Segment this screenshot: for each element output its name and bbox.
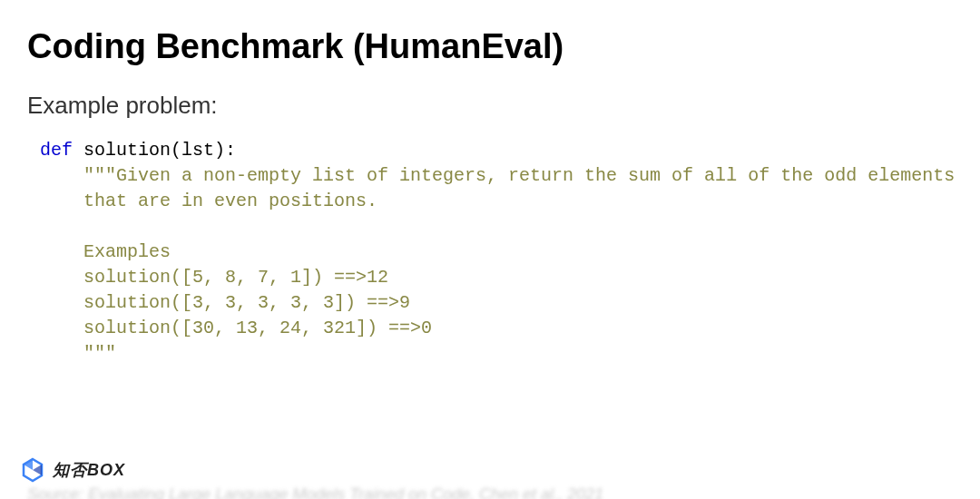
docstring-examples-label: Examples	[40, 241, 171, 262]
docstring-open: """	[40, 165, 116, 186]
docstring-example-1: solution([5, 8, 7, 1]) ==>12	[40, 267, 388, 288]
source-citation: Source: Evaluating Large Language Models…	[27, 485, 603, 499]
docstring-close: """	[40, 343, 116, 364]
code-block: def solution(lst): """Given a non-empty …	[27, 138, 953, 367]
docstring-line1: Given a non-empty list of integers, retu…	[116, 165, 955, 186]
watermark-text: 知否BOX	[53, 459, 125, 481]
slide-content: Coding Benchmark (HumanEval) Example pro…	[0, 0, 980, 367]
slide-subtitle: Example problem:	[27, 92, 953, 120]
watermark-logo-icon	[20, 457, 45, 483]
docstring-line2: that are in even positions.	[40, 191, 377, 211]
watermark: 知否BOX	[20, 457, 125, 483]
function-signature: solution(lst):	[73, 140, 236, 161]
slide-title: Coding Benchmark (HumanEval)	[27, 27, 953, 66]
docstring-example-2: solution([3, 3, 3, 3, 3]) ==>9	[40, 292, 410, 313]
docstring-example-3: solution([30, 13, 24, 321]) ==>0	[40, 318, 432, 338]
keyword-def: def	[40, 140, 73, 161]
